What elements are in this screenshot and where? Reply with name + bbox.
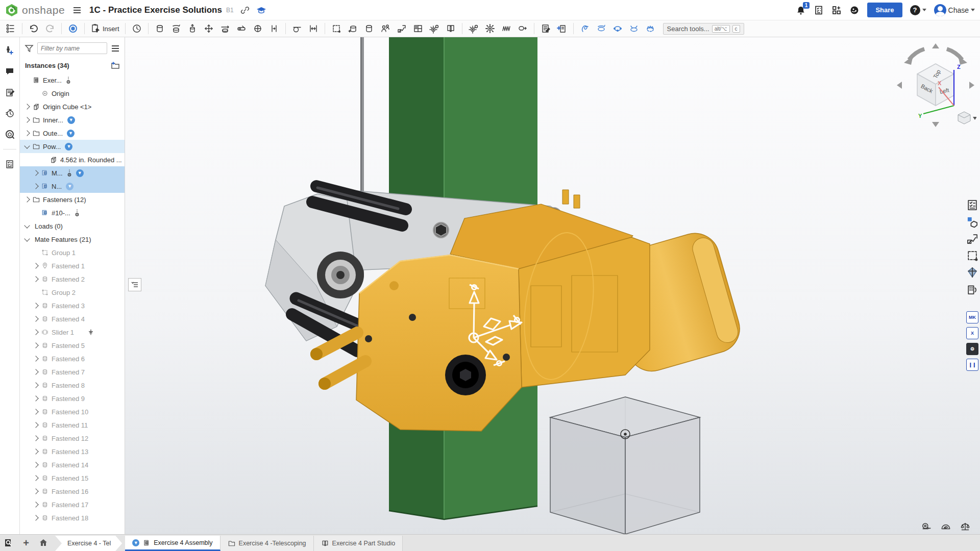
render-studio-icon[interactable] [966,266,979,279]
replicate-icon[interactable] [378,21,393,36]
planar-mate-icon[interactable] [201,21,216,36]
drawing-icon[interactable] [538,21,553,36]
book-app-icon[interactable]: ❙❙ [966,359,978,371]
tree-item-fastened-1[interactable]: Fastened 1 [20,259,125,272]
tree-item-m[interactable]: M...▼ [20,166,125,180]
chevron-down-icon[interactable] [24,236,30,241]
tree-item-fastened-5[interactable]: Fastened 5 [20,339,125,352]
x-app-icon[interactable]: X [966,327,978,339]
view-cube[interactable]: Top Back Left Z Y X [895,42,976,128]
home-tabs-icon[interactable] [35,535,52,551]
publication-icon[interactable] [554,21,570,36]
notifications-bell-icon[interactable]: 1 [796,5,806,15]
versions-history-icon[interactable] [2,107,17,119]
tab-exercise-4-telescoping[interactable]: Exercise 4 -Telescoping [220,536,314,551]
feedback-icon[interactable] [966,283,979,296]
breadcrumb-tab[interactable]: Exercise 4 - Tel [55,536,122,551]
community-globe-icon[interactable] [849,5,860,15]
view-mode-cube-menu[interactable] [958,112,976,124]
chevron-right-icon[interactable] [33,342,38,348]
chevron-right-icon[interactable] [33,369,38,374]
sketch-region-icon[interactable] [966,249,979,262]
tree-item-fastened-4[interactable]: Fastened 4 [20,312,125,325]
curve-boundary-icon[interactable] [643,21,658,36]
filter-input[interactable] [37,42,107,54]
revolve-tool-icon[interactable] [361,21,377,36]
named-views-icon[interactable] [345,21,360,36]
pin-slot-mate-icon[interactable] [234,21,249,36]
app-store-icon[interactable] [831,5,842,15]
group-icon[interactable] [329,21,344,36]
help-menu[interactable]: ? [910,5,926,15]
chevron-right-icon[interactable] [33,316,38,321]
chevron-right-icon[interactable] [33,303,38,308]
search-tabs-icon[interactable] [0,535,17,551]
tree-item-exer[interactable]: Exer... [20,73,125,87]
panel-flyout-button[interactable] [128,278,141,291]
tree-item-fastened-6[interactable]: Fastened 6 [20,352,125,365]
tree-item-fasteners-12[interactable]: Fasteners (12) [20,193,125,206]
search-tools-box[interactable]: Search tools...alt/⌥c [663,23,744,35]
tree-item-fastened-8[interactable]: Fastened 8 [20,379,125,392]
exploded-view-icon[interactable] [427,21,442,36]
tree-item-slider-1[interactable]: Slider 1 [20,325,125,339]
tree-item-fastened-14[interactable]: Fastened 14 [20,458,125,471]
chevron-right-icon[interactable] [33,435,38,441]
protractor-icon[interactable] [940,521,951,532]
tree-item-n[interactable]: N...▼ [20,180,125,193]
chevron-right-icon[interactable] [33,183,38,189]
tree-item-oute[interactable]: Oute...▼ [20,127,125,140]
undo-icon[interactable] [26,21,41,36]
release-tasks-icon[interactable] [814,5,824,15]
list-view-icon[interactable] [110,43,120,54]
tree-item-fastened-17[interactable]: Fastened 17 [20,498,125,511]
chevron-right-icon[interactable] [33,462,38,467]
mate-connector-icon[interactable] [306,21,321,36]
derive-part-icon[interactable] [966,232,979,245]
slider-mate-icon[interactable] [185,21,200,36]
chevron-right-icon[interactable] [33,382,38,388]
chevron-right-icon[interactable] [33,448,38,454]
learning-center-icon[interactable] [256,5,266,15]
mass-properties-icon[interactable] [960,521,971,532]
chevron-right-icon[interactable] [33,488,38,494]
add-tab-button[interactable]: + [17,535,35,551]
chevron-right-icon[interactable] [24,130,30,136]
curve-loop-icon[interactable] [577,21,593,36]
simulation-gears-icon[interactable] [466,21,481,36]
tree-item-fastened-15[interactable]: Fastened 15 [20,471,125,485]
tab-exercise-4-part-studio[interactable]: Exercise 4 Part Studio [314,536,403,551]
chevron-right-icon[interactable] [33,515,38,520]
tab-exercise-4-assembly[interactable]: ▼Exercise 4 Assembly [125,536,220,551]
chevron-right-icon[interactable] [33,475,38,481]
onshape-logo-icon[interactable] [5,4,18,17]
main-menu-icon[interactable] [72,5,82,15]
tree-item-fastened-13[interactable]: Fastened 13 [20,445,125,458]
tree-item-group-2[interactable]: Group 2 [20,286,125,299]
tree-section-header[interactable]: Mate Features (21) [20,233,125,246]
spring-icon[interactable] [499,21,514,36]
chevron-right-icon[interactable] [33,356,38,361]
chevron-down-icon[interactable] [24,222,30,228]
tree-section-header[interactable]: Loads (0) [20,219,125,233]
fastened-mate-icon[interactable] [152,21,167,36]
properties-checklist-icon[interactable] [2,158,17,170]
pattern-table-icon[interactable] [410,21,426,36]
version-badge[interactable]: B1 [226,7,234,14]
chevron-right-icon[interactable] [24,117,30,122]
tree-item-fastened-3[interactable]: Fastened 3 [20,299,125,312]
tree-item-10[interactable]: #10-... [20,206,125,219]
chevron-right-icon[interactable] [33,263,38,268]
chevron-right-icon[interactable] [24,104,30,109]
in-context-icon[interactable] [394,21,409,36]
chevron-right-icon[interactable] [33,170,38,176]
outline-list-icon[interactable] [966,198,979,212]
tree-item-4-562-in-rounded[interactable]: 4.562 in. Rounded ... [20,153,125,166]
configurations-gear-icon[interactable] [482,21,498,36]
cylindrical-mate-icon[interactable] [217,21,233,36]
curve-sweep-icon[interactable] [610,21,625,36]
share-button[interactable]: Share [867,3,902,17]
insert-button[interactable]: Insert [88,21,121,36]
chevron-right-icon[interactable] [24,196,30,202]
follow-mode-icon[interactable] [2,128,17,140]
